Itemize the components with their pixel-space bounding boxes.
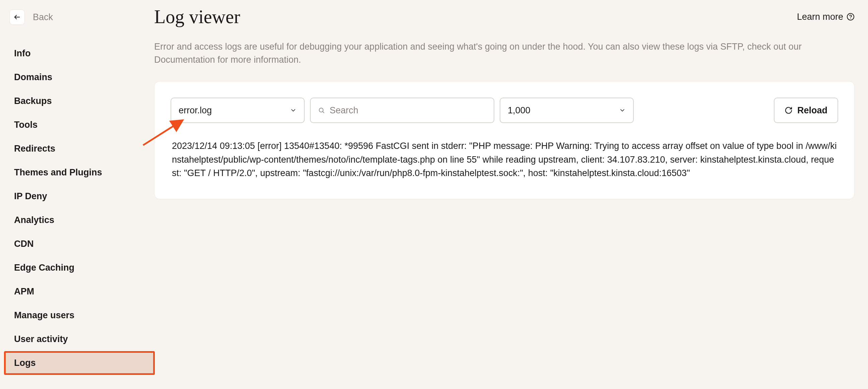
sidebar-item-info[interactable]: Info: [9, 42, 154, 65]
sidebar-item-backups[interactable]: Backups: [9, 90, 154, 112]
back-label: Back: [33, 12, 53, 23]
learn-more-link[interactable]: Learn more: [797, 12, 855, 22]
chevron-down-icon: [290, 107, 297, 114]
main-content: Log viewer Learn more Error and access l…: [154, 0, 868, 389]
learn-more-label: Learn more: [797, 12, 843, 22]
log-entry: 2023/12/14 09:13:05 [error] 13540#13540:…: [170, 139, 838, 180]
sidebar-item-user-activity[interactable]: User activity: [9, 328, 154, 351]
back-row: Back: [9, 9, 154, 25]
svg-point-3: [319, 108, 323, 112]
log-file-value: error.log: [179, 105, 212, 116]
sidebar-item-apm[interactable]: APM: [9, 280, 154, 303]
sidebar-nav: Info Domains Backups Tools Redirects The…: [9, 42, 154, 376]
line-count-select[interactable]: 1,000: [500, 97, 634, 123]
arrow-left-icon: [13, 13, 21, 21]
log-file-select[interactable]: error.log: [170, 97, 305, 123]
sidebar-item-edge-caching[interactable]: Edge Caching: [9, 257, 154, 279]
reload-label: Reload: [797, 105, 828, 116]
sidebar-item-domains[interactable]: Domains: [9, 66, 154, 89]
help-circle-icon: [846, 13, 855, 21]
sidebar-item-cdn[interactable]: CDN: [9, 233, 154, 255]
page-title: Log viewer: [154, 6, 240, 28]
svg-line-4: [323, 112, 324, 113]
sidebar: Back Info Domains Backups Tools Redirect…: [0, 0, 154, 389]
sidebar-item-manage-users[interactable]: Manage users: [9, 304, 154, 327]
sidebar-item-analytics[interactable]: Analytics: [9, 209, 154, 231]
reload-icon: [784, 106, 793, 114]
sidebar-item-redirects[interactable]: Redirects: [9, 138, 154, 160]
back-button[interactable]: [9, 9, 25, 25]
search-field[interactable]: [310, 97, 494, 123]
header-row: Log viewer Learn more: [154, 6, 855, 28]
search-input[interactable]: [330, 105, 486, 116]
search-icon: [318, 107, 325, 114]
sidebar-item-ip-deny[interactable]: IP Deny: [9, 185, 154, 208]
log-viewer-card: error.log 1,000 Reload 2023/12/14 09:13: [154, 81, 855, 199]
sidebar-item-logs[interactable]: Logs: [5, 352, 154, 374]
sidebar-item-themes-and-plugins[interactable]: Themes and Plugins: [9, 161, 154, 184]
line-count-value: 1,000: [508, 105, 530, 116]
controls-row: error.log 1,000 Reload: [170, 97, 838, 123]
chevron-down-icon: [619, 107, 626, 114]
reload-button[interactable]: Reload: [774, 97, 838, 123]
page-description: Error and access logs are useful for deb…: [154, 40, 855, 66]
sidebar-item-tools[interactable]: Tools: [9, 114, 154, 136]
